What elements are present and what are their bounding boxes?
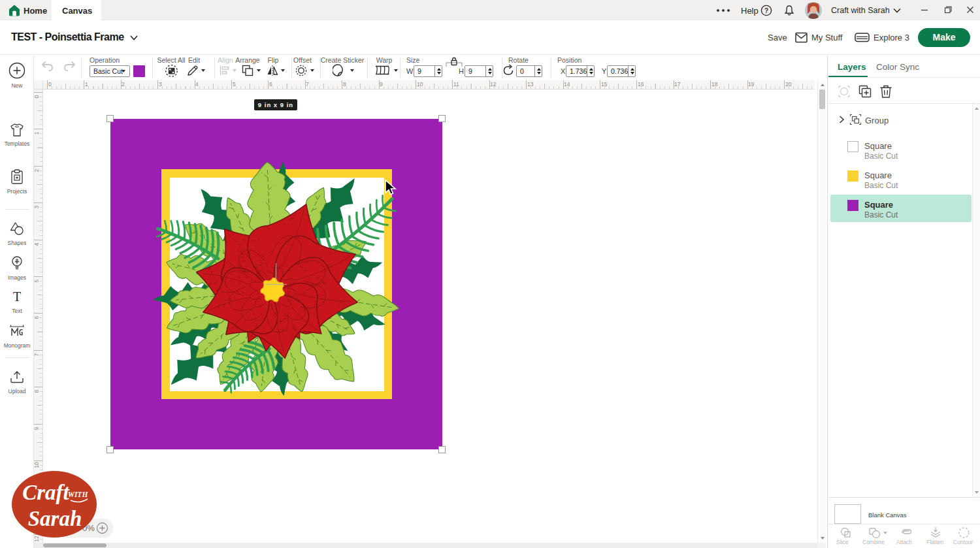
svg-text:Craft: Craft: [22, 481, 69, 504]
svg-text:Sarah: Sarah: [28, 507, 82, 530]
svg-text:T: T: [13, 290, 21, 304]
svg-text:?: ?: [764, 7, 768, 14]
svg-text:WITH: WITH: [68, 491, 89, 498]
